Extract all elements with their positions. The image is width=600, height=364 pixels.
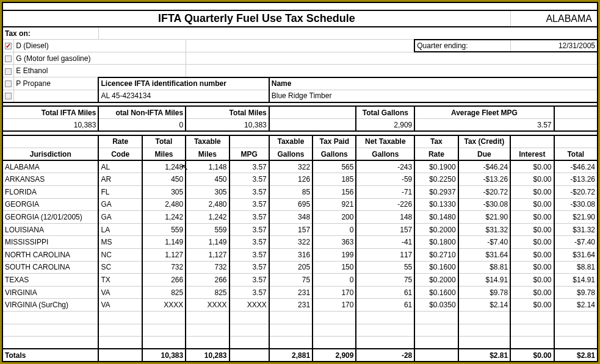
cell-rate-code[interactable]: VA	[98, 299, 142, 312]
fuel-check-gasoline[interactable]	[2, 52, 14, 65]
cell-interest[interactable]: $0.00	[510, 223, 554, 236]
cell-net-gallons[interactable]: -41	[356, 236, 414, 249]
cell-interest[interactable]: $0.00	[510, 274, 554, 287]
cell-taxpaid-gallons[interactable]: 156	[313, 185, 356, 198]
cell-taxable-miles[interactable]: 266	[186, 274, 229, 287]
cell-taxpaid-gallons[interactable]: 150	[313, 261, 356, 274]
cell-taxable-miles[interactable]: 1,148	[186, 160, 229, 173]
cell-total[interactable]: $14.91	[554, 274, 598, 287]
cell-total[interactable]: -$13.26	[554, 173, 598, 186]
cell-interest[interactable]: $0.00	[510, 261, 554, 274]
cell-taxable-gallons[interactable]: 126	[269, 173, 313, 186]
table-row[interactable]: ALABAMAAL1,2481,1483.57322565-243$0.1900…	[2, 160, 598, 173]
cell-net-gallons[interactable]: 61	[356, 286, 414, 299]
cell-net-gallons[interactable]: 157	[356, 223, 414, 236]
cell-jurisdiction[interactable]: GEORGIA	[2, 198, 98, 211]
cell-rate-code[interactable]: TX	[98, 274, 142, 287]
table-row[interactable]: NORTH CAROLINANC1,1271,1273.57316199117$…	[2, 249, 598, 262]
cell-tax-due[interactable]: -$46.24	[458, 160, 511, 173]
cell-mpg[interactable]: XXXX	[230, 299, 269, 312]
cell-tax-due[interactable]: $9.78	[458, 286, 511, 299]
cell-tax-due[interactable]: $21.90	[458, 211, 511, 224]
table-row[interactable]: FLORIDAFL3053053.5785156-71$0.2937-$20.7…	[2, 185, 598, 198]
cell-mpg[interactable]: 3.57	[230, 223, 269, 236]
cell-tax-due[interactable]: -$7.40	[458, 236, 511, 249]
cell-tax-rate[interactable]: $0.2710	[414, 249, 458, 262]
cell-mpg[interactable]: 3.57	[230, 236, 269, 249]
cell-total[interactable]: -$7.40	[554, 236, 598, 249]
cell-tax-due[interactable]: -$30.08	[458, 198, 511, 211]
cell-net-gallons[interactable]: 61	[356, 299, 414, 312]
cell-tax-rate[interactable]: $0.1600	[414, 286, 458, 299]
cell-rate-code[interactable]: NC	[98, 249, 142, 262]
cell-total-miles[interactable]: 1,127	[142, 249, 186, 262]
name-value[interactable]: Blue Ridge Timber	[269, 90, 598, 102]
cell-interest[interactable]: $0.00	[510, 286, 554, 299]
cell-taxable-miles[interactable]: 1,149	[186, 236, 229, 249]
cell-taxable-miles[interactable]: 559	[186, 223, 229, 236]
cell-total-miles[interactable]: XXXX	[142, 299, 186, 312]
table-row[interactable]: TEXASTX2662663.5775075$0.2000$14.91$0.00…	[2, 274, 598, 287]
cell-jurisdiction[interactable]: LOUISIANA	[2, 223, 98, 236]
cell-taxable-miles[interactable]: 2,480	[186, 198, 229, 211]
cell-taxable-gallons[interactable]: 316	[269, 249, 313, 262]
cell-taxpaid-gallons[interactable]: 185	[313, 173, 356, 186]
cell-taxable-miles[interactable]: 450	[186, 173, 229, 186]
cell-rate-code[interactable]: AL	[98, 160, 142, 173]
quarter-ending-value[interactable]: 12/31/2005	[510, 40, 598, 52]
cell-interest[interactable]: $0.00	[510, 211, 554, 224]
cell-mpg[interactable]: 3.57	[230, 185, 269, 198]
cell-total[interactable]: $31.32	[554, 223, 598, 236]
cell-taxpaid-gallons[interactable]: 0	[313, 223, 356, 236]
cell-rate-code[interactable]: AR	[98, 173, 142, 186]
total-non-ifta-value[interactable]: 0	[98, 119, 186, 132]
fuel-check-blank[interactable]	[2, 90, 14, 102]
cell-total[interactable]: $2.14	[554, 299, 598, 312]
cell-mpg[interactable]: 3.57	[230, 286, 269, 299]
cell-mpg[interactable]: 3.57	[230, 173, 269, 186]
cell-tax-rate[interactable]: $0.1900	[414, 160, 458, 173]
cell-taxable-miles[interactable]: 1,127	[186, 249, 229, 262]
cell-total-miles[interactable]: 1,242	[142, 211, 186, 224]
table-row[interactable]: VIRGINIAVA8258253.5723117061$0.1600$9.78…	[2, 286, 598, 299]
table-row[interactable]: GEORGIAGA2,4802,4803.57695921-226$0.1330…	[2, 198, 598, 211]
cell-taxable-gallons[interactable]: 85	[269, 185, 313, 198]
cell-tax-rate[interactable]: $0.2000	[414, 223, 458, 236]
avg-mpg-value[interactable]: 3.57	[414, 119, 554, 132]
cell-tax-due[interactable]: -$13.26	[458, 173, 511, 186]
cell-taxable-gallons[interactable]: 231	[269, 286, 313, 299]
cell-taxable-gallons[interactable]: 695	[269, 198, 313, 211]
cell-taxpaid-gallons[interactable]: 363	[313, 236, 356, 249]
cell-rate-code[interactable]: LA	[98, 223, 142, 236]
cell-total-miles[interactable]: 2,480	[142, 198, 186, 211]
cell-rate-code[interactable]: GA	[98, 198, 142, 211]
cell-tax-rate[interactable]: $0.2250	[414, 173, 458, 186]
cell-total-miles[interactable]: 266	[142, 274, 186, 287]
cell-tax-due[interactable]: $8.81	[458, 261, 511, 274]
cell-taxpaid-gallons[interactable]: 0	[313, 274, 356, 287]
cell-taxable-gallons[interactable]: 205	[269, 261, 313, 274]
cell-taxpaid-gallons[interactable]: 199	[313, 249, 356, 262]
cell-taxable-gallons[interactable]: 348	[269, 211, 313, 224]
cell-taxpaid-gallons[interactable]: 200	[313, 211, 356, 224]
cell-tax-due[interactable]: $31.64	[458, 249, 511, 262]
cell-net-gallons[interactable]: 117	[356, 249, 414, 262]
cell-taxable-miles[interactable]: 732	[186, 261, 229, 274]
cell-tax-rate[interactable]: $0.1600	[414, 261, 458, 274]
cell-jurisdiction[interactable]: TEXAS	[2, 274, 98, 287]
cell-rate-code[interactable]: GA	[98, 211, 142, 224]
table-row[interactable]: VIRGINIA (SurChg)VAXXXXXXXXXXXX23117061$…	[2, 299, 598, 312]
cell-total[interactable]: $31.64	[554, 249, 598, 262]
cell-interest[interactable]: $0.00	[510, 173, 554, 186]
cell-net-gallons[interactable]: 148	[356, 211, 414, 224]
cell-mpg[interactable]: 3.57	[230, 160, 269, 173]
cell-total-miles[interactable]: 559	[142, 223, 186, 236]
fuel-check-ethanol[interactable]	[2, 65, 14, 77]
fuel-check-diesel[interactable]	[2, 40, 14, 52]
cell-taxable-gallons[interactable]: 157	[269, 223, 313, 236]
cell-interest[interactable]: $0.00	[510, 185, 554, 198]
cell-net-gallons[interactable]: -59	[356, 173, 414, 186]
cell-taxable-miles[interactable]: XXXX	[186, 299, 229, 312]
cell-jurisdiction[interactable]: ARKANSAS	[2, 173, 98, 186]
cell-tax-rate[interactable]: $0.2000	[414, 274, 458, 287]
